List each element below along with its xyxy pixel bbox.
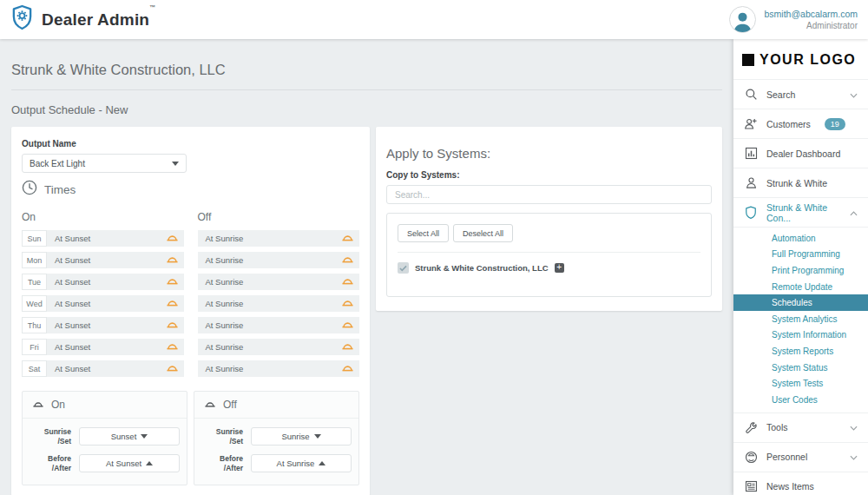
sidebar-item-news-items[interactable]: News Items [733, 472, 868, 495]
search-icon [744, 88, 758, 101]
system-submenu: Automation Full Programming Print Progra… [733, 227, 868, 412]
sidebar-item-customers[interactable]: Customers 19 [733, 109, 868, 138]
submenu-item-automation[interactable]: Automation [733, 230, 868, 247]
on-time-input[interactable]: At Sunset [47, 252, 184, 268]
submenu-item-remote-update[interactable]: Remote Update [733, 279, 868, 295]
shield-gear-logo-icon [10, 4, 34, 35]
dashboard-icon [744, 147, 758, 160]
system-list-item: Strunk & White Construction, LLC + [398, 262, 700, 274]
system-checkbox[interactable] [398, 262, 409, 274]
off-time-input[interactable]: At Sunrise [198, 230, 360, 247]
day-row-off-wed: At Sunrise [198, 295, 360, 312]
sunset-icon[interactable] [167, 320, 178, 331]
sunset-icon[interactable] [167, 277, 178, 287]
sunrise-set-label: Sunrise/Set [201, 427, 243, 446]
copy-to-systems-label: Copy to Systems: [386, 170, 712, 180]
sidebar-item-personnel[interactable]: Personnel [733, 442, 868, 472]
output-name-select[interactable]: Back Ext Light [22, 154, 187, 173]
select-all-button[interactable]: Select All [398, 224, 449, 242]
dealer-logo-text: YOUR LOGO [760, 52, 856, 68]
sidebar-item-strunk-white[interactable]: Strunk & White [733, 168, 868, 197]
sunset-icon[interactable] [167, 299, 178, 309]
off-time-input[interactable]: At Sunrise [198, 339, 360, 355]
before-after-label: Before/After [201, 454, 243, 472]
day-row-off-mon: At Sunrise [198, 252, 360, 268]
apply-to-systems-card: Apply to Systems: Copy to Systems: Selec… [376, 127, 722, 311]
submenu-item-user-codes[interactable]: User Codes [733, 392, 868, 408]
on-time-input[interactable]: At Sunset [47, 339, 184, 355]
sidebar-item-search[interactable]: Search [733, 79, 868, 109]
day-label: Thu [22, 317, 47, 333]
sunset-icon[interactable] [167, 234, 178, 244]
chevron-down-icon [850, 422, 858, 432]
hard-hat-person-icon [744, 451, 758, 464]
trademark: ™ [149, 4, 155, 10]
on-before-after-select[interactable]: At Sunset [79, 454, 180, 472]
submenu-item-system-reports[interactable]: System Reports [733, 343, 868, 360]
divider [398, 252, 700, 253]
submenu-item-system-information[interactable]: System Information [733, 327, 868, 344]
sunset-icon[interactable] [167, 255, 178, 266]
sunrise-icon[interactable] [342, 364, 353, 374]
on-time-input[interactable]: At Sunset [47, 230, 184, 247]
submenu-item-schedules[interactable]: Schedules [733, 294, 868, 311]
on-time-input[interactable]: At Sunset [47, 295, 184, 312]
check-icon [399, 265, 407, 272]
off-time-input[interactable]: At Sunrise [198, 274, 360, 290]
sunrise-icon[interactable] [342, 342, 353, 353]
systems-search-input[interactable] [386, 185, 712, 204]
day-label: Fri [22, 339, 47, 355]
off-time-input[interactable]: At Sunrise [198, 252, 360, 268]
sidebar-item-dealer-dashboard[interactable]: Dealer Dashboard [733, 138, 868, 168]
day-row-on-tue: Tue At Sunset [22, 274, 184, 290]
sunrise-icon[interactable] [342, 299, 353, 309]
off-time-input[interactable]: At Sunrise [198, 360, 360, 377]
chevron-down-icon [172, 162, 179, 166]
page-title: Output Schedule - New [11, 103, 722, 116]
user-role: Administrator [764, 20, 858, 32]
app-logo[interactable]: Dealer Admin™ [10, 4, 155, 35]
top-bar: Dealer Admin™ bsmith@abcalarm.com Admini… [0, 0, 868, 39]
user-avatar[interactable] [729, 6, 756, 33]
submenu-item-full-programming[interactable]: Full Programming [733, 247, 868, 263]
sunrise-set-label: Sunrise/Set [30, 427, 71, 446]
off-time-input[interactable]: At Sunrise [198, 317, 360, 333]
on-time-input[interactable]: At Sunset [47, 317, 184, 333]
off-time-input[interactable]: At Sunrise [198, 295, 360, 312]
on-time-input[interactable]: At Sunset [47, 274, 184, 290]
day-row-on-sat: Sat At Sunset [22, 360, 184, 377]
customer-title: Strunk & White Construction, LLC [11, 39, 722, 90]
sunrise-icon[interactable] [342, 255, 353, 266]
sunrise-icon[interactable] [342, 234, 353, 244]
deselect-all-button[interactable]: Deselect All [453, 224, 513, 242]
submenu-item-system-tests[interactable]: System Tests [733, 375, 868, 392]
before-after-label: Before/After [30, 454, 71, 472]
schedule-card: Output Name Back Ext Light Times On [11, 127, 370, 495]
submenu-item-system-status[interactable]: System Status [733, 360, 868, 376]
expand-plus-icon[interactable]: + [555, 263, 564, 273]
user-menu[interactable]: bsmith@abcalarm.com Administrator [729, 6, 858, 33]
sunset-icon[interactable] [167, 342, 178, 353]
user-email[interactable]: bsmith@abcalarm.com [764, 8, 858, 20]
times-label: Times [44, 183, 76, 196]
submenu-item-print-programming[interactable]: Print Programming [733, 262, 868, 279]
off-sunrise-set-select[interactable]: Sunrise [251, 427, 352, 446]
apply-title: Apply to Systems: [386, 146, 712, 161]
sunrise-icon[interactable] [342, 320, 353, 331]
off-column-header: Off [198, 211, 360, 223]
customers-icon [744, 117, 758, 130]
day-label: Sat [22, 360, 47, 377]
on-panel-title: On [51, 399, 65, 411]
dealer-logo[interactable]: YOUR LOGO [733, 39, 868, 79]
off-before-after-select[interactable]: At Sunrise [251, 454, 352, 472]
on-time-input[interactable]: At Sunset [47, 360, 184, 377]
sidebar-item-strunk-white-construction[interactable]: Strunk & White Con... [733, 197, 868, 227]
sunset-icon[interactable] [167, 364, 178, 374]
day-label: Wed [22, 295, 47, 312]
on-sunrise-set-select[interactable]: Sunset [79, 427, 180, 446]
wrench-icon [744, 421, 758, 434]
sidebar-item-tools[interactable]: Tools [733, 412, 868, 442]
sunrise-icon[interactable] [342, 277, 353, 287]
sunrise-icon [205, 399, 215, 411]
submenu-item-system-analytics[interactable]: System Analytics [733, 311, 868, 327]
